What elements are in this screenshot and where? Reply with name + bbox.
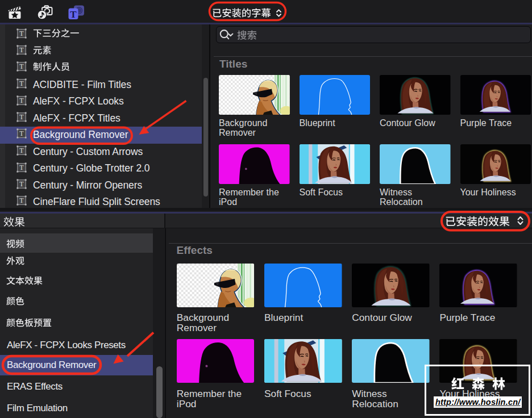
svg-text:T: T: [19, 164, 24, 172]
svg-text:T: T: [19, 80, 24, 87]
svg-text:T: T: [19, 97, 24, 104]
svg-text:T: T: [70, 9, 77, 20]
svg-text:T: T: [19, 180, 24, 188]
svg-text:T: T: [19, 147, 24, 154]
svg-text:T: T: [19, 30, 24, 37]
svg-text:T: T: [19, 62, 24, 70]
svg-text:T: T: [19, 113, 24, 121]
svg-text:T: T: [19, 46, 24, 54]
svg-text:T: T: [19, 197, 24, 204]
svg-text:T: T: [19, 129, 24, 137]
